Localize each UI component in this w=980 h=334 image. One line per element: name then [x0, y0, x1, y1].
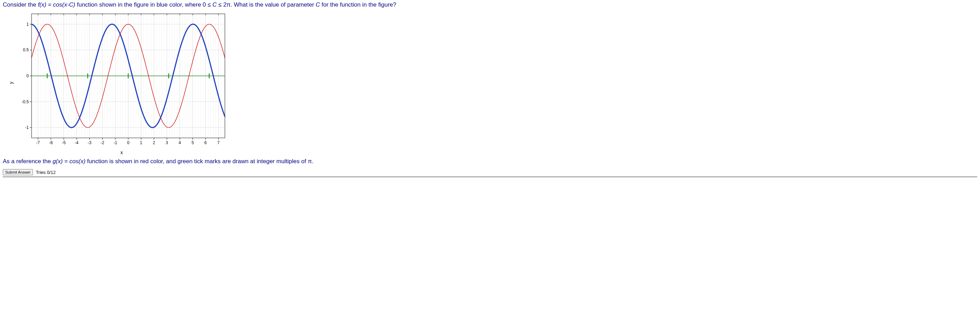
y-axis-label: y	[8, 82, 14, 84]
q-suffix: for the function in the figure?	[320, 2, 396, 8]
svg-text:-5: -5	[62, 140, 66, 145]
submit-button[interactable]: Submit Answer	[3, 169, 33, 175]
svg-text:-0.5: -0.5	[21, 99, 29, 104]
svg-text:6: 6	[204, 140, 207, 145]
svg-text:-7: -7	[36, 140, 40, 145]
q-C2: C	[316, 2, 320, 8]
svg-text:4: 4	[178, 140, 181, 145]
q-fx: f(x)	[38, 2, 46, 8]
svg-text:3: 3	[165, 140, 168, 145]
chart-container: y -7-6-5-4-3-2-101234567-1-0.500.51 x	[10, 10, 977, 155]
chart-plot: -7-6-5-4-3-2-101234567-1-0.500.51	[14, 10, 229, 149]
r-suffix: function is shown in red color, and gree…	[86, 158, 313, 165]
q-C: C	[212, 2, 216, 8]
tries-label: Tries 0/12	[36, 170, 56, 175]
q-prefix: Consider the	[3, 2, 38, 8]
svg-text:0: 0	[26, 73, 29, 78]
svg-text:0: 0	[127, 140, 130, 145]
svg-text:-3: -3	[88, 140, 91, 145]
r-cos: cos(x)	[69, 158, 85, 165]
submit-row: Submit Answer Tries 0/12	[3, 169, 977, 177]
q-mid: function shown in the figure in blue col…	[75, 2, 212, 8]
svg-text:-6: -6	[49, 140, 52, 145]
r-eq: =	[63, 158, 69, 165]
svg-text:-2: -2	[100, 140, 104, 145]
svg-text:2: 2	[153, 140, 155, 145]
reference-text: As a reference the g(x) = cos(x) functio…	[3, 158, 977, 165]
svg-text:5: 5	[192, 140, 194, 145]
chart-inner: -7-6-5-4-3-2-101234567-1-0.500.51 x	[14, 10, 229, 155]
r-gx: g(x)	[52, 158, 63, 165]
q-cos: cos(x-C)	[53, 2, 75, 8]
svg-text:1: 1	[140, 140, 142, 145]
x-axis-label: x	[121, 150, 123, 155]
question-text: Consider the f(x) = cos(x-C) function sh…	[3, 2, 977, 8]
q-eq: =	[46, 2, 53, 8]
svg-text:-1: -1	[113, 140, 117, 145]
svg-text:0.5: 0.5	[23, 48, 29, 52]
svg-text:-4: -4	[75, 140, 79, 145]
svg-text:1: 1	[26, 22, 29, 27]
svg-text:-1: -1	[25, 125, 29, 130]
svg-text:7: 7	[217, 140, 220, 145]
r-prefix: As a reference the	[3, 158, 52, 165]
q-range: ≤ 2π. What is the value of parameter	[216, 2, 316, 8]
